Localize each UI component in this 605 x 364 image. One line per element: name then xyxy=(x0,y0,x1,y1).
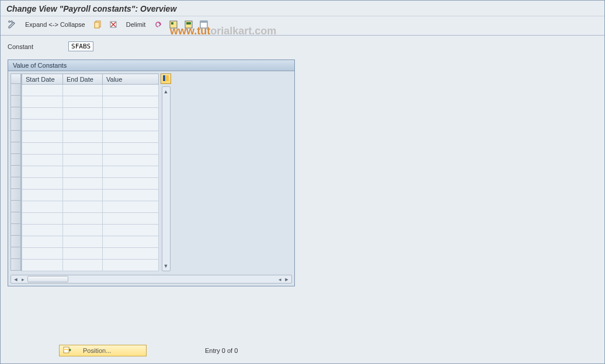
table-cell[interactable] xyxy=(63,96,103,108)
table-cell[interactable] xyxy=(63,131,103,143)
table-row[interactable] xyxy=(22,225,159,236)
table-row[interactable] xyxy=(22,85,159,96)
table-row[interactable] xyxy=(22,248,159,260)
table-cell[interactable] xyxy=(103,201,159,213)
copy-button[interactable] xyxy=(92,19,104,30)
scroll-thumb[interactable] xyxy=(27,276,68,282)
row-selector[interactable] xyxy=(11,236,21,247)
table-cell[interactable] xyxy=(63,190,103,201)
table-row[interactable] xyxy=(22,131,159,143)
table-cell[interactable] xyxy=(103,120,159,131)
col-header-value[interactable]: Value xyxy=(103,74,159,85)
table-cell[interactable] xyxy=(22,120,63,131)
row-selector[interactable] xyxy=(11,177,21,189)
row-selector[interactable] xyxy=(11,212,21,224)
table-cell[interactable] xyxy=(63,213,103,225)
expand-collapse-button[interactable]: Expand <-> Collapse xyxy=(22,20,89,29)
table-row[interactable] xyxy=(22,108,159,120)
scroll-right-icon[interactable]: ► xyxy=(283,276,290,283)
row-selector[interactable] xyxy=(11,189,21,201)
toggle-display-change-button[interactable] xyxy=(6,19,18,30)
table-cell[interactable] xyxy=(63,178,103,190)
table-row[interactable] xyxy=(22,120,159,131)
col-header-end[interactable]: End Date xyxy=(63,74,103,85)
table-row[interactable] xyxy=(22,143,159,155)
table-cell[interactable] xyxy=(103,178,159,190)
table-row[interactable] xyxy=(22,260,159,271)
table-cell[interactable] xyxy=(22,236,63,248)
table-cell[interactable] xyxy=(63,143,103,155)
table-cell[interactable] xyxy=(103,85,159,96)
table-cell[interactable] xyxy=(22,248,63,260)
table-row[interactable] xyxy=(22,155,159,166)
table-cell[interactable] xyxy=(22,131,63,143)
table-cell[interactable] xyxy=(63,225,103,236)
table-cell[interactable] xyxy=(63,248,103,260)
table-row[interactable] xyxy=(22,236,159,248)
row-selector[interactable] xyxy=(11,259,21,271)
row-selector[interactable] xyxy=(11,107,21,119)
table-row[interactable] xyxy=(22,190,159,201)
table-row[interactable] xyxy=(22,166,159,178)
table-cell[interactable] xyxy=(22,108,63,120)
table-cell[interactable] xyxy=(22,155,63,166)
table-cell[interactable] xyxy=(103,190,159,201)
table-cell[interactable] xyxy=(103,96,159,108)
table-row[interactable] xyxy=(22,96,159,108)
row-selector[interactable] xyxy=(11,131,21,142)
row-selector[interactable] xyxy=(11,247,21,259)
table-cell[interactable] xyxy=(63,260,103,271)
table-cell[interactable] xyxy=(22,225,63,236)
table-cell[interactable] xyxy=(103,166,159,178)
horizontal-scrollbar[interactable]: ◄ ▸ ◂ ► xyxy=(11,275,292,284)
row-selector[interactable] xyxy=(11,84,21,96)
scroll-left-icon[interactable]: ◄ xyxy=(12,276,19,283)
table-cell[interactable] xyxy=(22,85,63,96)
undo-button[interactable] xyxy=(152,19,164,30)
table-row[interactable] xyxy=(22,178,159,190)
table-cell[interactable] xyxy=(103,225,159,236)
table-cell[interactable] xyxy=(103,260,159,271)
row-selector[interactable] xyxy=(11,224,21,236)
row-selector[interactable] xyxy=(11,154,21,166)
table-row[interactable] xyxy=(22,201,159,213)
table-cell[interactable] xyxy=(22,178,63,190)
table-cell[interactable] xyxy=(103,143,159,155)
table-row[interactable] xyxy=(22,213,159,225)
position-button[interactable]: Position... xyxy=(59,345,147,356)
table-cell[interactable] xyxy=(103,131,159,143)
scroll-right-in-icon[interactable]: ◂ xyxy=(276,276,283,283)
table-cell[interactable] xyxy=(103,108,159,120)
row-selector-header[interactable] xyxy=(11,74,21,84)
table-cell[interactable] xyxy=(103,213,159,225)
table-cell[interactable] xyxy=(22,96,63,108)
row-selector[interactable] xyxy=(11,119,21,131)
vertical-scrollbar[interactable]: ▲ ▼ xyxy=(162,86,171,271)
scroll-up-icon[interactable]: ▲ xyxy=(162,88,169,95)
delimit-button[interactable]: Delimit xyxy=(123,20,149,29)
table-settings-button[interactable] xyxy=(161,74,171,84)
table-cell[interactable] xyxy=(63,85,103,96)
table-cell[interactable] xyxy=(103,155,159,166)
table-cell[interactable] xyxy=(22,213,63,225)
col-header-start[interactable]: Start Date xyxy=(22,74,63,85)
row-selector[interactable] xyxy=(11,201,21,212)
table-cell[interactable] xyxy=(63,166,103,178)
row-selector[interactable] xyxy=(11,142,21,154)
table-cell[interactable] xyxy=(22,190,63,201)
row-selector[interactable] xyxy=(11,166,21,177)
table-cell[interactable] xyxy=(22,201,63,213)
table-cell[interactable] xyxy=(22,143,63,155)
row-selector[interactable] xyxy=(11,96,21,107)
table-cell[interactable] xyxy=(63,155,103,166)
table-cell[interactable] xyxy=(63,236,103,248)
delete-button[interactable] xyxy=(107,19,119,30)
table-cell[interactable] xyxy=(22,260,63,271)
table-cell[interactable] xyxy=(63,201,103,213)
table-cell[interactable] xyxy=(63,108,103,120)
scroll-down-icon[interactable]: ▼ xyxy=(162,262,169,270)
table-cell[interactable] xyxy=(103,248,159,260)
table-cell[interactable] xyxy=(22,166,63,178)
table-cell[interactable] xyxy=(63,120,103,131)
table-cell[interactable] xyxy=(103,236,159,248)
